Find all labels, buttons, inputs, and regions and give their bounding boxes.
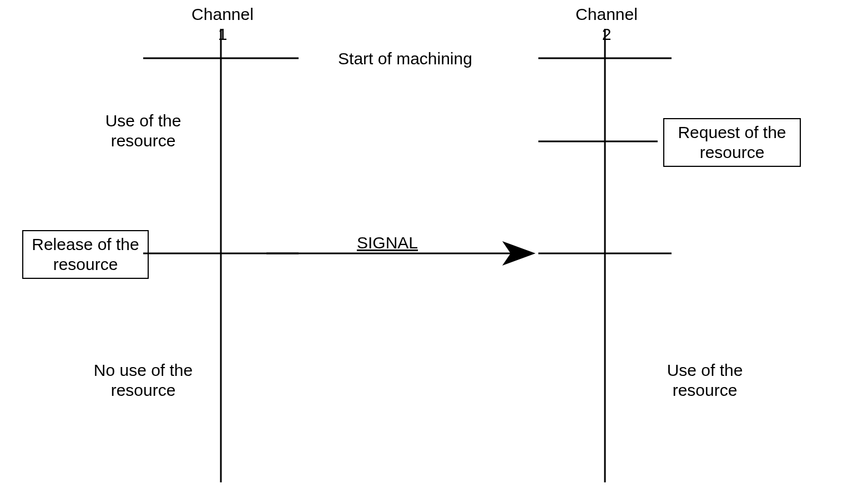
signal-label: SIGNAL [349, 233, 426, 253]
no-use-resource-label: No use of the resource [82, 360, 204, 400]
release-resource-text: Release of the resource [32, 235, 139, 273]
channel1-title: Channel 1 [186, 4, 259, 44]
use-resource-left-label: Use of the resource [93, 111, 193, 151]
release-resource-box: Release of the resource [22, 230, 149, 279]
no-use-resource-text: No use of the resource [94, 361, 193, 399]
request-resource-text: Request of the resource [678, 123, 786, 161]
channel2-title: Channel 2 [571, 4, 643, 44]
use-resource-right-text: Use of the resource [667, 361, 743, 399]
start-of-machining-label: Start of machining [322, 49, 488, 69]
use-resource-right-label: Use of the resource [655, 360, 755, 400]
use-resource-left-text: Use of the resource [105, 111, 181, 150]
request-resource-box: Request of the resource [663, 118, 801, 167]
